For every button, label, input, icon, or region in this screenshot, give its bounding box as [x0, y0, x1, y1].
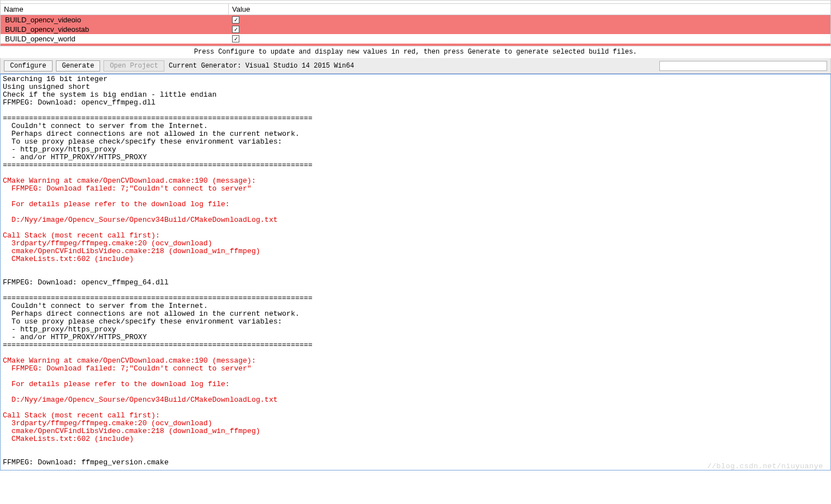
console-line: FFMPEG: Download failed: 7;"Couldn't con…	[3, 365, 828, 373]
console-line: FFMPEG: Download: opencv_ffmpeg_64.dll	[3, 279, 828, 287]
console-line: - http_proxy/https_proxy	[3, 326, 828, 334]
grid-row[interactable]: BUILD_opencv_videostab✓	[1, 25, 830, 34]
hint-text: Press Configure to update and display ne…	[0, 46, 831, 58]
search-input[interactable]	[659, 61, 827, 71]
console-line	[3, 224, 828, 232]
console-line	[3, 107, 828, 115]
console-line: CMakeLists.txt:602 (include)	[3, 255, 828, 263]
console-line	[3, 169, 828, 177]
console-line	[3, 373, 828, 381]
console-line	[3, 349, 828, 357]
console-line: ========================================…	[3, 294, 828, 302]
console-line: ========================================…	[3, 115, 828, 122]
console-line: D:/Nyy/image/Opencv_Sourse/Opencv34Build…	[3, 216, 828, 224]
console-line: cmake/OpenCVFindLibsVideo.cmake:218 (dow…	[3, 248, 828, 255]
console-line: To use proxy please check/specify these …	[3, 138, 828, 146]
console-line: FFMPEG: Download: ffmpeg_version.cmake	[3, 459, 828, 467]
console-line: cmake/OpenCVFindLibsVideo.cmake:218 (dow…	[3, 427, 828, 435]
console-line	[3, 388, 828, 396]
configure-button[interactable]: Configure	[4, 60, 53, 72]
console-line: FFMPEG: Download: opencv_ffmpeg.dll	[3, 99, 828, 107]
grid-header: Name Value	[1, 4, 830, 15]
open-project-button: Open Project	[103, 60, 164, 72]
console-line: - and/or HTTP_PROXY/HTTPS_PROXY	[3, 154, 828, 161]
console-line: Call Stack (most recent call first):	[3, 412, 828, 420]
current-generator-label: Current Generator: Visual Studio 14 2015…	[169, 62, 354, 70]
console-line: ========================================…	[3, 341, 828, 349]
console-line	[3, 208, 828, 216]
console-line	[3, 193, 828, 201]
console-line	[3, 404, 828, 412]
grid-row-cutoff: ~	[1, 44, 830, 46]
console-line	[3, 263, 828, 271]
console-line	[3, 271, 828, 279]
console-line: ========================================…	[3, 161, 828, 169]
grid-cell-name: BUILD_opencv_videostab	[1, 25, 229, 34]
grid-cell-value[interactable]: ✓	[229, 35, 830, 42]
console-line: Check if the system is big endian - litt…	[3, 91, 828, 99]
grid-cell-name: BUILD_opencv_world	[1, 35, 229, 43]
console-line: Call Stack (most recent call first):	[3, 232, 828, 240]
checkbox-icon[interactable]: ✓	[232, 35, 239, 42]
grid-cell-value[interactable]: ✓	[229, 26, 830, 33]
console-line: Perhaps direct connections are not allow…	[3, 310, 828, 318]
toolbar: Configure Generate Open Project Current …	[0, 58, 831, 74]
console-line: Couldn't connect to server from the Inte…	[3, 302, 828, 310]
console-line: 3rdparty/ffmpeg/ffmpeg.cmake:20 (ocv_dow…	[3, 420, 828, 427]
output-console[interactable]: Searching 16 bit integerUsing unsigned s…	[0, 74, 831, 470]
options-grid: Name Value BUILD_opencv_videoio✓BUILD_op…	[0, 0, 831, 46]
console-line: CMake Warning at cmake/OpenCVDownload.cm…	[3, 357, 828, 365]
grid-header-name[interactable]: Name	[1, 4, 229, 15]
console-line: To use proxy please check/specify these …	[3, 318, 828, 326]
generate-button[interactable]: Generate	[56, 60, 101, 72]
console-line	[3, 451, 828, 459]
console-line: FFMPEG: Download failed: 7;"Couldn't con…	[3, 185, 828, 193]
grid-row[interactable]: BUILD_opencv_videoio✓	[1, 15, 830, 25]
console-line: Couldn't connect to server from the Inte…	[3, 122, 828, 130]
console-line: Searching 16 bit integer	[3, 75, 828, 83]
console-line	[3, 443, 828, 451]
console-line	[3, 287, 828, 294]
console-line: For details please refer to the download…	[3, 201, 828, 208]
grid-cell-name: BUILD_opencv_videoio	[1, 16, 229, 24]
console-line: - and/or HTTP_PROXY/HTTPS_PROXY	[3, 334, 828, 341]
console-line: - http_proxy/https_proxy	[3, 146, 828, 154]
console-line: Using unsigned short	[3, 83, 828, 91]
console-line: D:/Nyy/image/Opencv_Sourse/Opencv34Build…	[3, 396, 828, 404]
grid-row[interactable]: BUILD_opencv_world✓	[1, 34, 830, 44]
checkbox-icon[interactable]: ✓	[232, 16, 239, 23]
console-line: For details please refer to the download…	[3, 381, 828, 388]
console-line: 3rdparty/ffmpeg/ffmpeg.cmake:20 (ocv_dow…	[3, 240, 828, 248]
console-line: Perhaps direct connections are not allow…	[3, 130, 828, 138]
console-line: CMakeLists.txt:602 (include)	[3, 435, 828, 443]
grid-cell-value[interactable]: ✓	[229, 16, 830, 23]
console-line: CMake Warning at cmake/OpenCVDownload.cm…	[3, 177, 828, 185]
checkbox-icon[interactable]: ✓	[232, 26, 239, 33]
grid-header-value[interactable]: Value	[229, 4, 830, 15]
